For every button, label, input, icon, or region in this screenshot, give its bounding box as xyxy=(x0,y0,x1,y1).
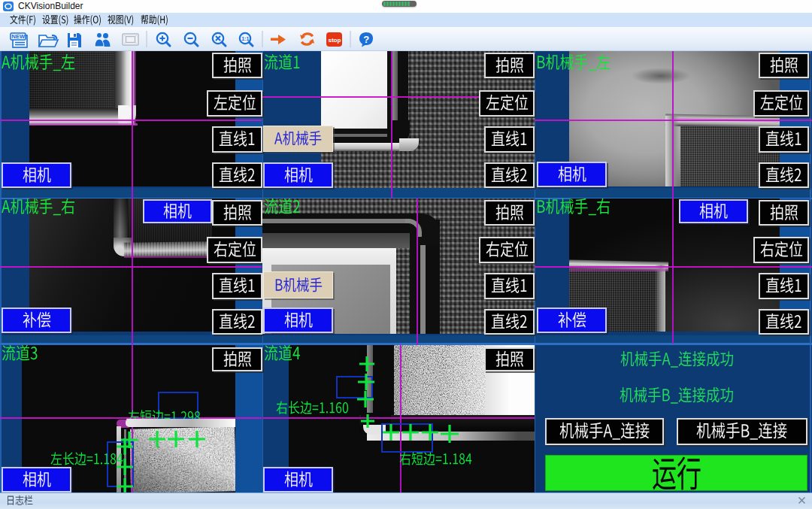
svg-text:1:1: 1:1 xyxy=(241,36,249,41)
svg-text:NEW: NEW xyxy=(12,33,26,40)
svg-text:stop: stop xyxy=(329,37,341,44)
svg-text:?: ? xyxy=(363,34,369,45)
